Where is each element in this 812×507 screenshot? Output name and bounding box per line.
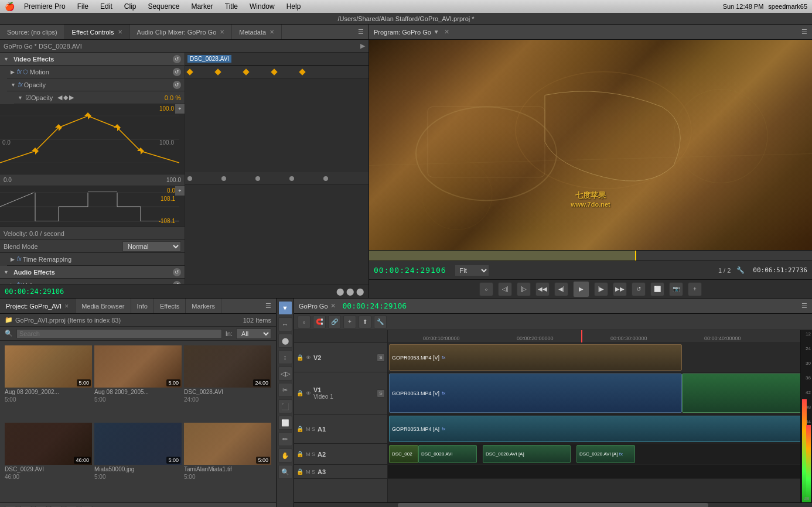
clip-v1-video1[interactable] xyxy=(682,374,800,413)
help-menu[interactable]: Help xyxy=(284,2,303,11)
file-menu[interactable]: File xyxy=(75,2,91,11)
video-effects-expand-icon[interactable]: ▼ xyxy=(4,56,9,62)
step-back-btn[interactable]: |▷ xyxy=(517,282,531,296)
rewind-btn[interactable]: ◀◀ xyxy=(535,282,550,296)
ec-prev-btn[interactable]: ⬤ xyxy=(336,287,344,296)
in-point-btn[interactable]: ⬦ xyxy=(479,282,493,296)
app-name[interactable]: Premiere Pro xyxy=(22,2,68,11)
clip-a2-dsc002[interactable]: DSC_002 xyxy=(389,445,418,463)
tab-audio-mixer[interactable]: Audio Clip Mixer: GoPro Go ✕ xyxy=(130,25,233,39)
thumb-item-3[interactable]: 24:00 DSC_0028.AVI 24:00 xyxy=(184,345,271,420)
tab-project[interactable]: Project: GoPro_AVI ✕ xyxy=(0,299,76,313)
clip-a2-dsc0028-2[interactable]: DSC_0028.AVI [A] xyxy=(483,445,571,463)
motion-expand-icon[interactable]: ▶ xyxy=(11,69,15,75)
tool-rate-stretch[interactable]: ◁▷ xyxy=(278,366,292,381)
mute-a1[interactable]: M xyxy=(306,426,311,432)
safe-margin-btn[interactable]: ⬜ xyxy=(650,282,664,296)
video-effects-header[interactable]: ▼ Video Effects ↺ xyxy=(0,53,185,66)
tl-link-btn[interactable]: 🔗 xyxy=(328,316,341,328)
opacity-reset[interactable]: ↺ xyxy=(173,81,181,89)
kf-opacity-4[interactable] xyxy=(271,68,277,75)
motion-row[interactable]: ▶ fx ⬡ Motion ↺ xyxy=(7,66,185,78)
kf-opacity-5[interactable] xyxy=(299,68,305,75)
window-menu[interactable]: Window xyxy=(247,2,277,11)
play-btn[interactable]: ▶ xyxy=(573,281,589,297)
thumb-item-2[interactable]: 5:00 Aug 08 2009_2005... 5:00 xyxy=(94,345,182,420)
tl-wrench-btn[interactable]: 🔧 xyxy=(374,316,387,328)
step-frame-back-btn[interactable]: ◀| xyxy=(554,282,568,296)
eye-v1[interactable]: 👁 xyxy=(306,390,311,396)
search-input[interactable] xyxy=(16,329,222,338)
tool-pen[interactable]: ✏ xyxy=(278,432,292,446)
v2-sync-btn[interactable]: S xyxy=(377,354,385,362)
audio-effects-header[interactable]: ▼ Audio Effects ↺ xyxy=(0,266,185,279)
timeline-close[interactable]: ✕ xyxy=(330,302,336,310)
tool-select[interactable]: ▼ xyxy=(278,301,292,315)
tool-ripple[interactable]: ⬤ xyxy=(278,334,292,348)
tool-slip[interactable]: ⬛ xyxy=(278,399,292,413)
add-marker-btn[interactable]: + xyxy=(688,282,702,296)
monitor-progress[interactable] xyxy=(369,250,812,261)
tl-snap-btn[interactable]: 🧲 xyxy=(313,316,326,328)
tl-in-out-btn[interactable]: ⬦ xyxy=(298,316,311,328)
time-remapping-row[interactable]: ▶ fx Time Remapping xyxy=(7,253,185,266)
tool-razor[interactable]: ✂ xyxy=(278,383,292,397)
panel-menu-btn[interactable]: ☰ xyxy=(353,25,369,39)
lock-a2[interactable]: 🔒 xyxy=(296,451,303,457)
clip-a1-gopr[interactable]: GOPR0053.MP4 [A] fx xyxy=(389,416,800,442)
close-project[interactable]: ✕ xyxy=(64,303,69,309)
loop-btn[interactable]: ↺ xyxy=(632,282,646,296)
solo-a2[interactable]: S xyxy=(312,451,315,457)
tab-effects[interactable]: Effects xyxy=(154,299,186,313)
tab-source[interactable]: Source: (no clips) xyxy=(0,25,65,39)
in-select[interactable]: All Name Label xyxy=(236,328,271,339)
time-remap-expand[interactable]: ▶ xyxy=(11,256,15,262)
opacity-value[interactable]: 0.0 % xyxy=(165,94,181,101)
v1-sync-btn[interactable]: S xyxy=(377,389,385,398)
sequence-menu[interactable]: Sequence xyxy=(145,2,182,11)
motion-reset[interactable]: ↺ xyxy=(173,68,181,76)
out-point-btn[interactable]: ◁| xyxy=(498,282,512,296)
volume-row[interactable]: ▶ fx Volume ↺ xyxy=(7,279,185,284)
source-dropdown[interactable]: ▶ xyxy=(360,42,365,50)
kf-opacity-1[interactable] xyxy=(186,68,193,75)
ec-next-btn[interactable]: ⬤ xyxy=(346,287,354,296)
ec-export-btn[interactable]: ⬤ xyxy=(356,287,364,296)
kf-add[interactable]: ◆ xyxy=(63,94,68,101)
close-effect-controls[interactable]: ✕ xyxy=(118,29,122,35)
opacity-row[interactable]: ▼ fx Opacity ↺ xyxy=(7,78,185,91)
kf-vol-3[interactable] xyxy=(255,176,260,181)
thumb-item-4[interactable]: 46:00 DSC_0029.AVI 46:00 xyxy=(5,423,92,498)
blend-mode-select[interactable]: Normal Dissolve Multiply Screen Overlay xyxy=(122,241,181,252)
step-frame-fwd-btn[interactable]: |▶ xyxy=(594,282,608,296)
lock-a1[interactable]: 🔒 xyxy=(296,426,303,432)
timeline-menu[interactable]: ☰ xyxy=(801,302,807,310)
wrench-icon[interactable]: 🔧 xyxy=(736,266,745,274)
tool-slide[interactable]: ⬜ xyxy=(278,416,292,430)
kf-prev[interactable]: ◀ xyxy=(57,94,62,101)
tab-effect-controls[interactable]: Effect Controls ✕ xyxy=(65,25,130,39)
tool-hand[interactable]: ✋ xyxy=(278,448,292,463)
clip-v1-gopr[interactable]: GOPR0053.MP4 [V] fx xyxy=(389,374,682,413)
tab-metadata[interactable]: Metadata ✕ xyxy=(232,25,282,39)
opacity-checkbox[interactable]: ☑ xyxy=(25,94,31,101)
video-effects-reset[interactable]: ↺ xyxy=(173,55,181,63)
scrollbar-thumb[interactable] xyxy=(398,503,708,507)
opacity-expand-icon[interactable]: ▼ xyxy=(11,82,16,88)
audio-effects-expand-icon[interactable]: ▼ xyxy=(4,269,9,275)
camera-btn[interactable]: 📷 xyxy=(669,282,683,296)
fit-dropdown[interactable]: Fit 25% 50% 75% 100% xyxy=(455,265,489,276)
lock-v2[interactable]: 🔒 xyxy=(296,354,303,361)
expand-velocity-btn[interactable]: + xyxy=(175,186,185,196)
close-audio-mixer[interactable]: ✕ xyxy=(220,29,224,35)
close-metadata[interactable]: ✕ xyxy=(269,29,274,35)
marker-menu[interactable]: Marker xyxy=(189,2,215,11)
kf-vol-2[interactable] xyxy=(221,176,226,181)
clip-menu[interactable]: Clip xyxy=(122,2,139,11)
kf-next[interactable]: ▶ xyxy=(69,94,74,101)
solo-a1[interactable]: S xyxy=(312,426,315,432)
program-menu[interactable]: ☰ xyxy=(801,28,807,36)
title-menu[interactable]: Title xyxy=(223,2,240,11)
thumb-item-1[interactable]: 5:00 Aug 08 2009_2002... 5:00 xyxy=(5,345,92,420)
apple-menu[interactable]: 🍎 xyxy=(5,2,15,11)
